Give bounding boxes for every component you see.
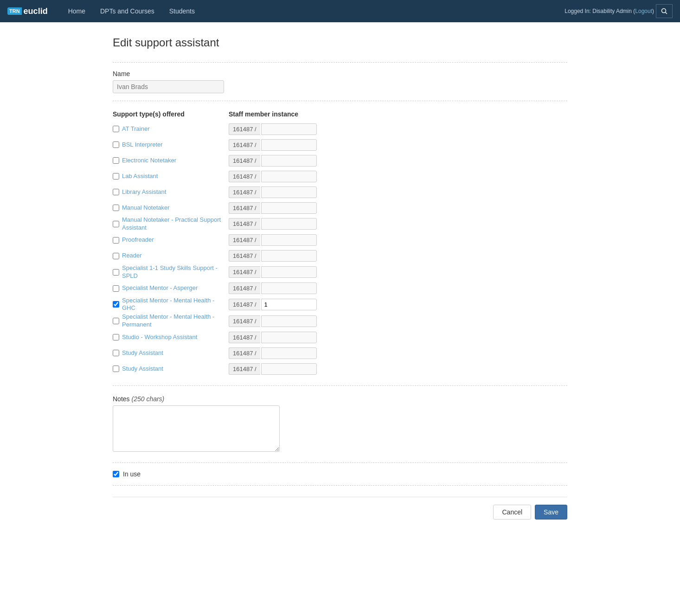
support-type-checkbox-14[interactable] [113,350,119,356]
support-type-label-9: Specialist 1-1 Study Skills Support - SP… [122,264,229,280]
logged-in-text: Logged In: Disability Admin (Logout) [565,8,654,14]
notes-textarea[interactable] [113,405,280,452]
support-row: Proofreader161487 / [113,233,567,248]
staff-instance-group-14: 161487 / [229,347,317,359]
divider-1 [113,101,567,101]
instance-input-15[interactable] [261,363,317,375]
in-use-checkbox[interactable] [113,471,119,477]
instance-prefix-13: 161487 / [229,332,260,343]
support-row: Reader161487 / [113,249,567,263]
divider-2 [113,385,567,386]
support-type-label-1: BSL Interpreter [122,141,163,149]
support-row-label-15: Study Assistant [113,365,229,373]
logo-trn: TRN [7,7,22,15]
instance-prefix-11: 161487 / [229,299,260,310]
support-row: Study Assistant161487 / [113,361,567,376]
support-row: Specialist Mentor - Mental Health - GHC1… [113,297,567,313]
support-type-checkbox-10[interactable] [113,285,119,292]
instance-prefix-6: 161487 / [229,218,260,230]
svg-point-0 [662,9,666,13]
support-row-label-6: Manual Notetaker - Practical Support Ass… [113,216,229,232]
support-type-checkbox-2[interactable] [113,157,119,164]
instance-input-9[interactable] [261,266,317,278]
support-type-checkbox-12[interactable] [113,318,119,324]
instance-input-8[interactable] [261,250,317,262]
cancel-button[interactable]: Cancel [493,505,531,520]
instance-input-12[interactable] [261,315,317,327]
staff-instance-group-11: 161487 / [229,299,317,310]
instance-input-13[interactable] [261,332,317,343]
instance-input-2[interactable] [261,155,317,167]
notes-label: Notes (250 chars) [113,395,567,403]
support-type-label-7: Proofreader [122,236,154,244]
logo-euclid: euclid [22,6,50,16]
instance-input-1[interactable] [261,139,317,151]
logout-link[interactable]: Logout [635,8,652,14]
support-type-checkbox-1[interactable] [113,141,119,148]
support-type-label-2: Electronic Notetaker [122,157,176,165]
instance-input-7[interactable] [261,234,317,246]
divider-4 [113,485,567,486]
instance-input-3[interactable] [261,171,317,182]
support-row-label-7: Proofreader [113,236,229,244]
instance-prefix-3: 161487 / [229,171,260,182]
support-row-label-1: BSL Interpreter [113,141,229,149]
instance-input-5[interactable] [261,202,317,214]
svg-line-1 [666,13,667,14]
support-type-label-12: Specialist Mentor - Mental Health - Perm… [122,313,229,329]
support-rows: AT Trainer161487 /BSL Interpreter161487 … [113,122,567,376]
instance-input-10[interactable] [261,282,317,294]
instance-input-6[interactable] [261,218,317,230]
support-type-checkbox-3[interactable] [113,173,119,180]
name-input[interactable] [113,80,224,93]
support-type-checkbox-5[interactable] [113,205,119,211]
support-type-checkbox-13[interactable] [113,334,119,340]
support-type-checkbox-9[interactable] [113,269,119,276]
support-type-label-5: Manual Notetaker [122,204,170,212]
instance-prefix-4: 161487 / [229,186,260,198]
nav-students[interactable]: Students [162,0,202,22]
support-header: Support type(s) offered Staff member ins… [113,110,567,118]
support-row-label-0: AT Trainer [113,125,229,133]
support-type-checkbox-11[interactable] [113,301,119,308]
support-row-label-11: Specialist Mentor - Mental Health - GHC [113,297,229,313]
support-type-checkbox-4[interactable] [113,189,119,195]
support-type-checkbox-8[interactable] [113,253,119,259]
nav-home[interactable]: Home [61,0,93,22]
support-type-checkbox-0[interactable] [113,126,119,132]
save-button[interactable]: Save [535,505,567,520]
staff-instance-group-10: 161487 / [229,282,317,294]
staff-instance-group-15: 161487 / [229,363,317,375]
divider-3 [113,462,567,463]
staff-instance-group-2: 161487 / [229,155,317,167]
support-type-checkbox-15[interactable] [113,366,119,372]
support-row-label-2: Electronic Notetaker [113,157,229,165]
in-use-label: In use [123,470,141,478]
instance-prefix-5: 161487 / [229,202,260,214]
support-row: Manual Notetaker - Practical Support Ass… [113,216,567,232]
support-row: AT Trainer161487 / [113,122,567,136]
support-type-checkbox-7[interactable] [113,237,119,244]
instance-input-0[interactable] [261,123,317,135]
support-row: Specialist 1-1 Study Skills Support - SP… [113,264,567,280]
support-row: BSL Interpreter161487 / [113,137,567,152]
support-row-label-4: Library Assistant [113,188,229,196]
instance-prefix-8: 161487 / [229,250,260,262]
staff-instance-group-8: 161487 / [229,250,317,262]
support-type-checkbox-6[interactable] [113,221,119,227]
instance-input-14[interactable] [261,347,317,359]
support-row: Study Assistant161487 / [113,346,567,360]
page-title: Edit support assistant [113,36,567,49]
support-row-label-13: Studio - Workshop Assistant [113,334,229,341]
button-row: Cancel Save [113,497,567,520]
support-row-label-14: Study Assistant [113,349,229,357]
instance-input-4[interactable] [261,186,317,198]
instance-input-11[interactable] [261,299,317,310]
nav-dpts[interactable]: DPTs and Courses [93,0,162,22]
search-button[interactable] [656,4,673,18]
support-row: Lab Assistant161487 / [113,169,567,184]
staff-instance-group-4: 161487 / [229,186,317,198]
staff-instance-group-5: 161487 / [229,202,317,214]
col-header-support-type: Support type(s) offered [113,110,229,118]
support-section: Support type(s) offered Staff member ins… [113,110,567,376]
